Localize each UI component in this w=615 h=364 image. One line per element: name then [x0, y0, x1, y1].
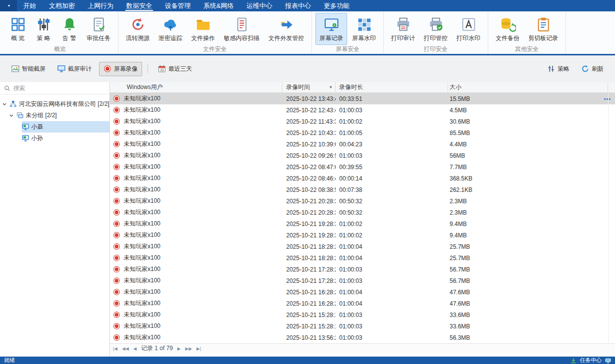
task-center-button[interactable]: 任务中心	[580, 357, 602, 364]
cell-size: 7.7MB	[448, 164, 615, 171]
cell-size: 56MB	[448, 152, 615, 159]
column-header-windows-user[interactable]: Windows用户	[110, 82, 282, 92]
menu-tab-more-features[interactable]: 更多功能	[317, 0, 356, 11]
column-header-record-time[interactable]: 录像时间▼	[282, 82, 336, 92]
tree-item-label: 未分组 [2/2]	[26, 111, 57, 120]
ribbon-button-approval-tasks[interactable]: 审批任务	[83, 13, 114, 45]
table-row[interactable]: 未知玩家x1002025-10-22 09:26:5901:00:0356MB	[110, 150, 615, 161]
ribbon-button-file-operations[interactable]: 文件操作	[187, 13, 219, 45]
ribbon-button-label: 文件操作	[191, 34, 215, 43]
table-row[interactable]: 未知玩家x1002025-10-21 20:28:3700:50:322.3MB	[110, 207, 615, 218]
ribbon-button-sensitive-scan[interactable]: 敏感内容扫描	[220, 13, 263, 45]
table-row[interactable]: 未知玩家x1002025-10-21 15:28:1601:00:0333.6M…	[110, 309, 615, 320]
table-row[interactable]: 未知玩家x1002025-10-21 19:28:3401:00:029.4MB	[110, 218, 615, 229]
screen-watermark-icon	[356, 16, 372, 33]
ribbon-button-screen-record[interactable]: 屏幕记录	[315, 13, 347, 45]
table-row[interactable]: 未知玩家x1002025-10-21 15:28:1601:00:0333.6M…	[110, 320, 615, 332]
table-row[interactable]: 未知玩家x1002025-10-21 16:28:2001:00:0447.6M…	[110, 298, 615, 309]
menu-tab-report-center[interactable]: 报表中心	[279, 0, 317, 11]
record-dot-icon	[110, 311, 123, 318]
last-page-button[interactable]: ▶|	[197, 346, 201, 351]
column-header-record-duration[interactable]: 录像时长	[336, 82, 448, 92]
cell-record-duration: 01:00:03	[336, 152, 448, 159]
cell-record-duration: 01:00:02	[336, 118, 448, 125]
ribbon-group-print-security: 打印审计打印管控打印水印打印安全	[384, 11, 488, 54]
table-row[interactable]: 未知玩家x1002025-10-21 17:28:2501:00:0356.7M…	[110, 275, 615, 286]
record-dot-icon	[110, 118, 123, 125]
ribbon-button-flow-trace[interactable]: 流转溯源	[122, 13, 154, 45]
toolbar-button-capture-audit[interactable]: 截屏审计	[53, 62, 96, 76]
ribbon-button-screen-watermark[interactable]: 屏幕水印	[348, 13, 380, 45]
ribbon-button-print-audit[interactable]: 打印审计	[387, 13, 419, 45]
cell-size: 56.7MB	[448, 266, 615, 273]
app-menu-button[interactable]: ▾	[0, 0, 17, 11]
table-row[interactable]: 未知玩家x1002025-10-22 10:39:0900:04:234.4MB	[110, 138, 615, 150]
table-row[interactable]: 未知玩家x1002025-10-22 11:43:3801:00:0230.6M…	[110, 116, 615, 127]
cell-record-time: 2025-10-22 13:43:44	[282, 95, 336, 102]
table-row[interactable]: 未知玩家x1002025-10-22 08:46:4800:00:14368.5…	[110, 173, 615, 184]
search-input[interactable]	[13, 85, 105, 91]
tree-item-ungrouped[interactable]: 未分组 [2/2]	[8, 110, 109, 121]
ribbon-button-policy[interactable]: 策 略	[31, 13, 56, 45]
menu-tab-doc-encryption[interactable]: 文档加密	[43, 0, 81, 11]
ribbon-button-file-outgoing[interactable]: 文件外发管控	[264, 13, 308, 45]
prev-fast-button[interactable]: ◀◀	[122, 346, 129, 351]
table-row[interactable]: 未知玩家x1002025-10-21 13:56:2201:00:0356.3M…	[110, 332, 615, 343]
ribbon-button-leak-trace[interactable]: 泄密追踪	[154, 13, 186, 45]
table-row[interactable]: 未知玩家x1002025-10-21 19:28:3401:00:029.4MB	[110, 229, 615, 241]
cell-size: 33.6MB	[448, 312, 615, 318]
next-page-button[interactable]: ▶	[177, 346, 181, 351]
cell-windows-user: 未知玩家x100	[123, 106, 282, 114]
prev-page-button[interactable]: ◀	[133, 346, 137, 351]
toolbar-separator	[148, 64, 148, 73]
ribbon-button-clipboard-record[interactable]: 剪切板记录	[524, 13, 562, 45]
table-row[interactable]: 未知玩家x1002025-10-22 13:43:4400:33:5115.5M…	[110, 93, 615, 104]
menu-tab-ops-center[interactable]: 运维中心	[240, 0, 279, 11]
table-row[interactable]: 未知玩家x1002025-10-22 08:47:0300:39:557.7MB	[110, 161, 615, 173]
ribbon-button-file-backup[interactable]: 文件备份	[492, 13, 523, 45]
ribbon-button-print-control[interactable]: 打印管控	[420, 13, 452, 45]
table-row[interactable]: 未知玩家x1002025-10-22 08:38:5700:07:38262.1…	[110, 184, 615, 195]
cell-record-time: 2025-10-22 11:43:38	[282, 118, 336, 125]
menu-tab-data-security[interactable]: 数据安全	[120, 0, 158, 11]
table-row[interactable]: 未知玩家x1002025-10-22 12:43:4101:00:034.5MB	[110, 104, 615, 116]
ribbon-button-overview[interactable]: 概 览	[5, 13, 30, 45]
row-more-button[interactable]: •••	[604, 93, 611, 104]
search-box	[0, 82, 109, 94]
record-dot-icon	[110, 334, 123, 341]
toolbar-button-refresh[interactable]: 刷新	[577, 62, 608, 76]
column-header-size[interactable]: 大小	[448, 82, 608, 92]
remote-screen-icon[interactable]	[605, 358, 611, 364]
next-fast-button[interactable]: ▶▶	[185, 346, 192, 351]
table-row[interactable]: 未知玩家x1002025-10-22 10:43:3201:00:0585.5M…	[110, 127, 615, 138]
filter-policy-icon	[547, 65, 555, 73]
cell-record-time: 2025-10-21 15:28:16	[282, 312, 336, 318]
table-body: 未知玩家x1002025-10-22 13:43:4400:33:5115.5M…	[110, 93, 615, 343]
chevron-down-icon[interactable]	[8, 113, 14, 118]
menu-tab-start[interactable]: 开始	[17, 0, 43, 11]
menu-tab-system-network[interactable]: 系统&网络	[197, 0, 240, 11]
toolbar-button-last-three-days[interactable]: 23最近三天	[154, 62, 197, 76]
tree-item-terminal-xiaonie[interactable]: 小聂	[22, 121, 109, 133]
cell-record-duration: 01:00:04	[336, 255, 448, 262]
chevron-down-icon[interactable]	[1, 102, 7, 107]
first-page-button[interactable]: |◀	[113, 346, 117, 351]
table-row[interactable]: 未知玩家x1002025-10-21 16:28:2001:00:0447.6M…	[110, 286, 615, 298]
table-row[interactable]: 未知玩家x1002025-10-21 18:28:2901:00:0425.7M…	[110, 241, 615, 252]
ribbon-button-alerts[interactable]: 告 警	[57, 13, 82, 45]
table-row[interactable]: 未知玩家x1002025-10-21 17:28:2501:00:0356.7M…	[110, 264, 615, 275]
ribbon-button-print-watermark[interactable]: 打印水印	[453, 13, 484, 45]
table-row[interactable]: 未知玩家x1002025-10-21 20:28:3700:50:322.3MB	[110, 195, 615, 207]
menu-tab-web-behavior[interactable]: 上网行为	[81, 0, 120, 11]
tree-item-company-root[interactable]: 河北安国云网络科技有限公司 [2/2]	[1, 98, 109, 110]
tree-item-terminal-xiaosun[interactable]: 小孙	[22, 133, 109, 144]
cell-record-duration: 01:00:03	[336, 266, 448, 273]
toolbar-button-smart-capture[interactable]: 智能截屏	[7, 62, 50, 76]
toolbar-button-policy[interactable]: 策略	[543, 62, 574, 76]
table-row[interactable]: 未知玩家x1002025-10-21 18:28:2901:00:0425.7M…	[110, 252, 615, 264]
toolbar-button-screen-recording[interactable]: 屏幕录像	[99, 62, 142, 76]
cell-windows-user: 未知玩家x100	[123, 288, 282, 296]
ribbon-button-label: 打印审计	[391, 34, 415, 43]
menu-tab-device-management[interactable]: 设备管理	[158, 0, 197, 11]
cell-windows-user: 未知玩家x100	[123, 220, 282, 228]
